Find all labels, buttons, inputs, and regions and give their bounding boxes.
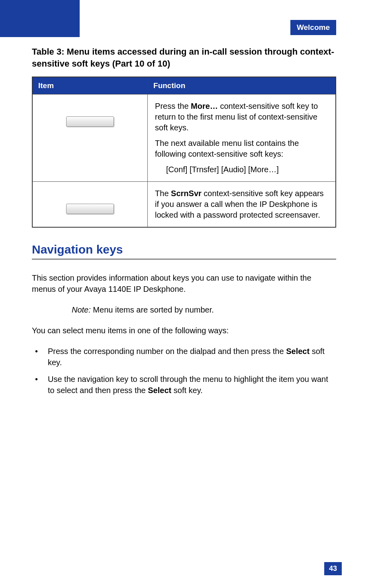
softkey-button-icon [66,116,114,127]
ways-intro: You can select menu items in one of the … [32,325,336,336]
header-color-block [0,0,80,37]
menu-table: Item Function Press the More… context-se… [32,77,336,228]
list-item: Use the navigation key to scroll through… [32,374,336,396]
note-paragraph: Note: Menu items are sorted by number. [72,304,336,315]
function-cell: Press the More… context-sensitive soft k… [148,94,336,182]
desc-paragraph-indent: [Conf] [Trnsfer] [Audio] [More…] [155,164,328,175]
page-number: 43 [324,562,342,575]
desc-paragraph: The ScrnSvr context-sensitive soft key a… [155,188,328,220]
function-cell: The ScrnSvr context-sensitive soft key a… [148,182,336,228]
ways-list: Press the corresponding number on the di… [32,346,336,396]
desc-paragraph: The next available menu list contains th… [155,138,328,159]
softkey-button-icon [66,204,114,214]
table-row: The ScrnSvr context-sensitive soft key a… [32,182,336,228]
intro-paragraph: This section provides information about … [32,272,336,295]
page-content: Table 3: Menu items accessed during an i… [32,46,336,401]
note-text: Menu items are sorted by number. [91,305,214,314]
heading-navigation-keys: Navigation keys [32,243,336,256]
col-head-item: Item [32,77,148,94]
table-title: Table 3: Menu items accessed during an i… [32,46,336,69]
list-item: Press the corresponding number on the di… [32,346,336,368]
col-head-function: Function [148,77,336,94]
section-tab: Welcome [290,20,336,35]
item-cell [32,182,148,228]
desc-paragraph: Press the More… context-sensitive soft k… [155,101,328,133]
section-label: Welcome [297,23,330,31]
item-cell [32,94,148,182]
table-row: Press the More… context-sensitive soft k… [32,94,336,182]
note-label: Note: [72,305,91,314]
heading-rule [32,259,336,260]
